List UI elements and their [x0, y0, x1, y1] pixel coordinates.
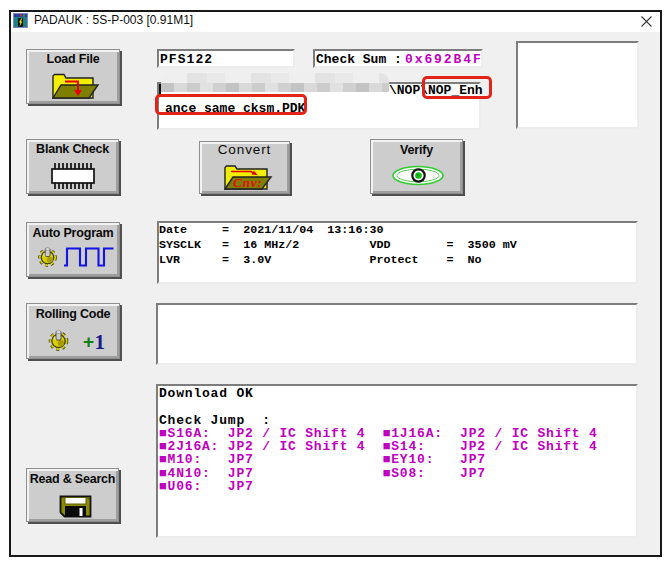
svg-text:1: 1: [95, 330, 106, 354]
svg-text:Cnv:: Cnv:: [233, 175, 262, 190]
svg-text:+: +: [83, 331, 94, 352]
